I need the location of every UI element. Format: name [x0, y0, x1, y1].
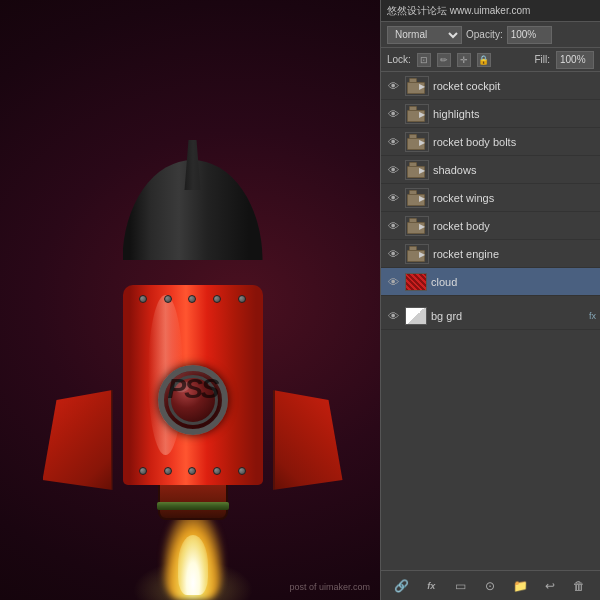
lock-position-icon[interactable]: ✛ [457, 53, 471, 67]
rocket-wing-right [273, 390, 343, 490]
layer-rocket-body-bolts[interactable]: 👁 ▶ rocket body bolts [381, 128, 600, 156]
lock-all-icon[interactable]: 🔒 [477, 53, 491, 67]
fx-icon[interactable]: fx [422, 577, 440, 595]
fill-label: Fill: [534, 54, 550, 65]
layer-name-5: rocket body [433, 220, 596, 232]
visibility-icon-8[interactable]: 👁 [385, 308, 401, 324]
bolt [213, 295, 221, 303]
rocket-wing-left [43, 390, 113, 490]
lock-transparent-icon[interactable]: ⊡ [417, 53, 431, 67]
folder-icon-0: ▶ [407, 78, 427, 94]
rocket-engine [158, 480, 228, 520]
visibility-icon-5[interactable]: 👁 [385, 218, 401, 234]
ps-title-bar: 悠然设计论坛 www.uimaker.com [381, 0, 600, 22]
bolt [238, 467, 246, 475]
visibility-icon-2[interactable]: 👁 [385, 134, 401, 150]
bolt [238, 295, 246, 303]
layer-highlights[interactable]: 👁 ▶ highlights [381, 100, 600, 128]
folder-icon-3: ▶ [407, 162, 427, 178]
ps-title-text: 悠然设计论坛 www.uimaker.com [387, 4, 530, 18]
layer-thumb-5: ▶ [405, 216, 429, 236]
layer-cloud[interactable]: 👁 cloud [381, 268, 600, 296]
watermark: post of uimaker.com [289, 582, 370, 592]
layer-rocket-engine[interactable]: 👁 ▶ rocket engine [381, 240, 600, 268]
layer-thumb-3: ▶ [405, 160, 429, 180]
rocket-scene: PSS [0, 0, 385, 600]
fill-input[interactable] [556, 51, 594, 69]
new-group-icon[interactable]: 📁 [511, 577, 529, 595]
layer-name-1: highlights [433, 108, 596, 120]
layer-thumb-4: ▶ [405, 188, 429, 208]
opacity-input[interactable] [507, 26, 552, 44]
ps-panel: 悠然设计论坛 www.uimaker.com Normal Multiply S… [380, 0, 600, 600]
link-icon[interactable]: 🔗 [393, 577, 411, 595]
bolt [188, 295, 196, 303]
layer-thumb-1: ▶ [405, 104, 429, 124]
layers-panel: 👁 ▶ rocket cockpit 👁 ▶ [381, 72, 600, 570]
layer-rocket-cockpit[interactable]: 👁 ▶ rocket cockpit [381, 72, 600, 100]
layer-name-0: rocket cockpit [433, 80, 596, 92]
layer-thumb-6: ▶ [405, 244, 429, 264]
opacity-label: Opacity: [466, 29, 503, 40]
layer-shadows[interactable]: 👁 ▶ shadows [381, 156, 600, 184]
rocket-nose [123, 140, 263, 260]
visibility-icon-6[interactable]: 👁 [385, 246, 401, 262]
visibility-icon-4[interactable]: 👁 [385, 190, 401, 206]
layer-name-7: cloud [431, 276, 596, 288]
flame-inner [178, 535, 208, 595]
layer-thumb-8 [405, 307, 427, 325]
new-layer-icon[interactable]: ↩ [541, 577, 559, 595]
layer-thumb-0: ▶ [405, 76, 429, 96]
layer-name-4: rocket wings [433, 192, 596, 204]
blend-mode-row: Normal Multiply Screen Opacity: [381, 22, 600, 48]
visibility-icon-7[interactable]: 👁 [385, 274, 401, 290]
rocket-body-text: PSS [167, 373, 217, 405]
visibility-icon-3[interactable]: 👁 [385, 162, 401, 178]
bolt [213, 467, 221, 475]
layer-name-6: rocket engine [433, 248, 596, 260]
layer-name-8: bg grd [431, 310, 583, 322]
delete-layer-icon[interactable]: 🗑 [570, 577, 588, 595]
bolt [139, 467, 147, 475]
adjustment-layer-icon[interactable]: ▭ [452, 577, 470, 595]
layer-thumb-2: ▶ [405, 132, 429, 152]
visibility-icon-0[interactable]: 👁 [385, 78, 401, 94]
layer-rocket-wings[interactable]: 👁 ▶ rocket wings [381, 184, 600, 212]
bolt [188, 467, 196, 475]
folder-icon-6: ▶ [407, 246, 427, 262]
lock-image-icon[interactable]: ✏ [437, 53, 451, 67]
bolt [139, 295, 147, 303]
rocket-body: PSS [123, 285, 263, 485]
rocket: PSS [93, 140, 293, 520]
layer-bg-grd[interactable]: 👁 bg grd fx [381, 302, 600, 330]
blend-mode-select[interactable]: Normal Multiply Screen [387, 26, 462, 44]
lock-label: Lock: [387, 54, 411, 65]
bolt [164, 295, 172, 303]
layer-name-3: shadows [433, 164, 596, 176]
visibility-icon-1[interactable]: 👁 [385, 106, 401, 122]
lock-row: Lock: ⊡ ✏ ✛ 🔒 Fill: [381, 48, 600, 72]
mask-icon[interactable]: ⊙ [481, 577, 499, 595]
bolt [164, 467, 172, 475]
ps-footer: 🔗 fx ▭ ⊙ 📁 ↩ 🗑 [381, 570, 600, 600]
folder-icon-2: ▶ [407, 134, 427, 150]
canvas: PSS 悠然设计论坛 www.uimaker.com [0, 0, 600, 600]
folder-icon-1: ▶ [407, 106, 427, 122]
folder-icon-5: ▶ [407, 218, 427, 234]
layer-rocket-body[interactable]: 👁 ▶ rocket body [381, 212, 600, 240]
layer-thumb-7 [405, 273, 427, 291]
folder-icon-4: ▶ [407, 190, 427, 206]
engine-band [157, 502, 229, 510]
fx-badge-8: fx [589, 311, 596, 321]
layer-name-2: rocket body bolts [433, 136, 596, 148]
